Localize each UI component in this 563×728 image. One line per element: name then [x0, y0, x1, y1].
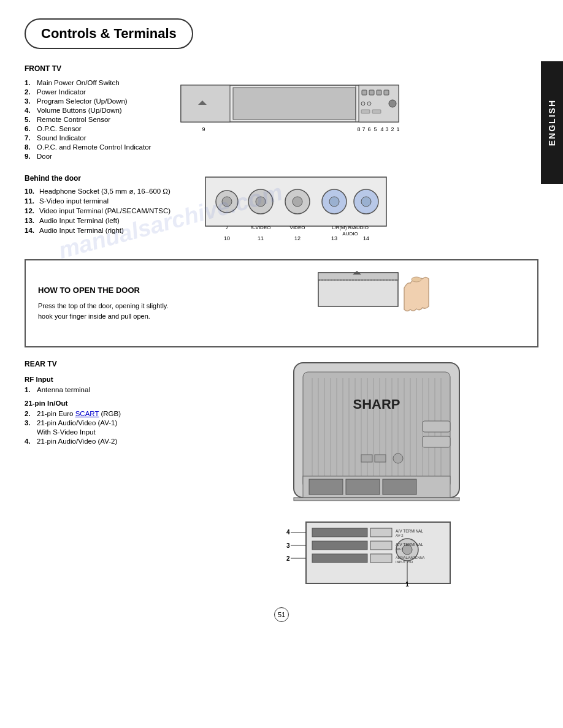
pin-in-out-title: 21-pin In/Out	[25, 400, 196, 407]
svg-rect-76	[423, 436, 450, 447]
page-number-container: 51	[25, 607, 538, 622]
svg-text:INPUT 75Ω: INPUT 75Ω	[396, 560, 413, 564]
front-tv-section-title: FRONT TV	[25, 64, 538, 73]
svg-rect-83	[383, 479, 416, 495]
svg-point-26	[222, 197, 232, 207]
svg-point-37	[361, 197, 371, 207]
front-tv-items: 1.Main Power On/Off Switch 2.Power Indic…	[25, 79, 166, 160]
list-item: 2.Power Indicator	[25, 88, 166, 96]
page-title: Controls & Terminals	[41, 26, 177, 42]
svg-point-9	[361, 102, 365, 105]
rf-input-title: RF Input	[25, 376, 196, 383]
behind-door-title: Behind the door	[25, 174, 190, 183]
svg-rect-87	[370, 528, 392, 537]
svg-rect-82	[346, 479, 380, 495]
svg-rect-84	[294, 498, 459, 501]
list-item: 13.Audio Input Terminal (left)	[25, 217, 190, 224]
how-to-open-svg	[306, 270, 441, 337]
svg-text:10: 10	[224, 235, 230, 241]
how-to-open-description: Press the top of the door, opening it sl…	[38, 301, 210, 321]
front-tv-layout: 1.Main Power On/Off Switch 2.Power Indic…	[25, 79, 538, 162]
page: ENGLISH manualsarchive.com Controls & Te…	[0, 0, 563, 728]
svg-text:5: 5	[373, 126, 377, 132]
list-item: 6.O.P.C. Sensor	[25, 125, 166, 132]
svg-text:2: 2	[391, 126, 394, 132]
list-item: 4. 21-pin Audio/Video (AV-2)	[25, 438, 196, 445]
svg-text:S-VIDEO: S-VIDEO	[251, 225, 271, 230]
list-item: 1. Antenna terminal	[25, 386, 196, 393]
svg-rect-5	[369, 90, 374, 95]
list-item: With S-Video Input	[25, 428, 196, 436]
svg-text:4: 4	[380, 126, 383, 132]
rear-tv-left: REAR TV RF Input 1. Antenna terminal 21-…	[25, 360, 196, 595]
front-tv-diagram-area: 9 8 7 6 5 4 3 2 1	[178, 79, 538, 162]
svg-rect-12	[372, 110, 381, 113]
svg-text:AV-1: AV-1	[396, 547, 404, 551]
svg-text:VIDEO: VIDEO	[290, 225, 305, 230]
how-to-open-box: HOW TO OPEN THE DOOR Press the top of th…	[25, 259, 538, 347]
svg-text:14: 14	[363, 235, 369, 241]
list-item: 8.O.P.C. and Remote Control Indicator	[25, 143, 166, 151]
svg-point-79	[393, 453, 403, 463]
list-item: 3. 21-pin Audio/Video (AV-1)	[25, 419, 196, 427]
svg-rect-2	[233, 88, 356, 119]
svg-rect-89	[370, 541, 392, 550]
svg-text:AERIAL/ANTENNA: AERIAL/ANTENNA	[396, 556, 425, 559]
behind-door-section: Behind the door 10.Headphone Socket (3,5…	[25, 174, 538, 247]
list-item: 3.Program Selector (Up/Down)	[25, 97, 166, 105]
svg-text:7: 7	[362, 126, 365, 132]
door-terminals-svg: ♪ S-VIDEO VIDEO L/R(M) R/AUDIO	[202, 174, 393, 245]
svg-rect-88	[312, 541, 367, 550]
svg-point-35	[329, 197, 339, 207]
rear-tv-section: REAR TV RF Input 1. Antenna terminal 21-…	[25, 360, 538, 595]
how-to-open-text: HOW TO OPEN THE DOOR Press the top of th…	[38, 286, 210, 321]
svg-text:A/V TERMINAL: A/V TERMINAL	[396, 542, 423, 547]
svg-point-10	[367, 102, 371, 105]
svg-text:4: 4	[286, 529, 290, 536]
svg-text:1: 1	[396, 126, 399, 132]
svg-text:L/R(M)   R/AUDIO: L/R(M) R/AUDIO	[332, 225, 369, 230]
svg-rect-11	[361, 110, 370, 113]
svg-rect-7	[384, 90, 389, 95]
rf-input-list: 1. Antenna terminal	[25, 386, 196, 393]
svg-text:8: 8	[357, 126, 360, 132]
door-diagram: ♪ S-VIDEO VIDEO L/R(M) R/AUDIO	[202, 174, 538, 247]
page-number: 51	[274, 607, 289, 622]
svg-text:13: 13	[331, 235, 337, 241]
english-label: ENGLISH	[547, 99, 557, 146]
rear-diagram-container: SHARP	[275, 360, 472, 595]
svg-rect-90	[312, 554, 367, 563]
list-item: 11.S-Video input terminal	[25, 197, 190, 205]
english-sidebar: ENGLISH	[541, 61, 563, 184]
list-item: 2. 21-pin Euro SCART (RGB)	[25, 410, 196, 417]
svg-text:2: 2	[286, 555, 290, 562]
svg-text:SHARP: SHARP	[353, 396, 400, 412]
svg-rect-6	[377, 90, 381, 95]
rear-tv-svg: SHARP	[275, 360, 472, 593]
svg-point-48	[412, 277, 421, 282]
svg-text:3: 3	[286, 542, 290, 549]
list-item: 9.Door	[25, 153, 166, 160]
svg-text:AUDIO: AUDIO	[342, 231, 358, 237]
svg-text:A/V TERMINAL: A/V TERMINAL	[396, 529, 423, 533]
list-item: 1.Main Power On/Off Switch	[25, 79, 166, 86]
list-item: 4.Volume Buttons (Up/Down)	[25, 107, 166, 114]
rear-tv-title: REAR TV	[25, 360, 196, 368]
list-item: 10.Headphone Socket (3,5 mm ø, 16–600 Ω)	[25, 188, 190, 195]
svg-point-8	[389, 100, 396, 107]
front-tv-list: 1.Main Power On/Off Switch 2.Power Indic…	[25, 79, 166, 162]
svg-rect-91	[370, 554, 392, 563]
rear-tv-right: SHARP	[209, 360, 538, 595]
svg-text:9: 9	[202, 126, 205, 132]
svg-text:12: 12	[294, 235, 301, 241]
svg-text:3: 3	[385, 126, 388, 132]
svg-rect-81	[309, 479, 343, 495]
svg-rect-77	[361, 455, 372, 462]
svg-rect-75	[423, 421, 450, 432]
svg-text:11: 11	[258, 235, 264, 241]
svg-text:♪: ♪	[226, 224, 229, 230]
list-item: 7.Sound Indicator	[25, 134, 166, 142]
svg-rect-4	[362, 90, 367, 95]
svg-point-32	[293, 197, 302, 207]
pin-in-out-list: 2. 21-pin Euro SCART (RGB) 3. 21-pin Aud…	[25, 410, 196, 445]
